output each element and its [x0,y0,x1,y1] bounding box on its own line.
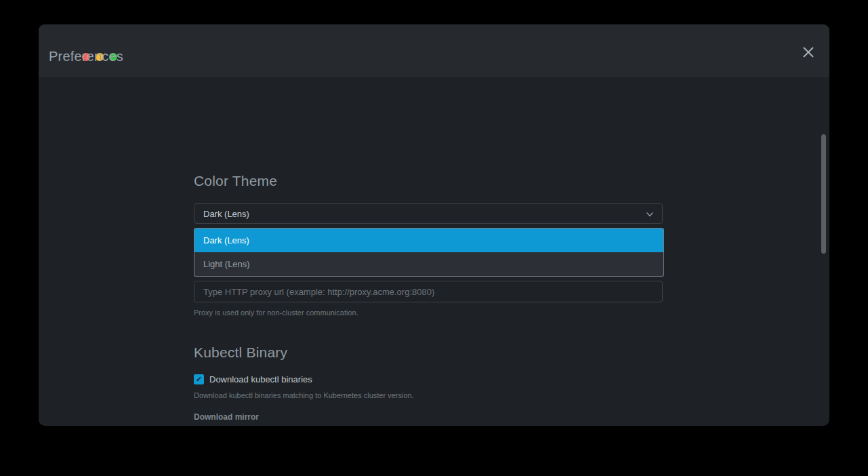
download-kubectl-checkbox-label: Download kubectl binaries [209,374,312,384]
download-kubectl-hint: Download kubectl binaries matching to Ku… [194,391,663,399]
dropdown-option-dark[interactable]: Dark (Lens) [194,229,663,252]
dropdown-option-light[interactable]: Light (Lens) [194,252,663,276]
checkbox-checked-icon[interactable]: ✓ [194,374,204,384]
titlebar: Preferences [39,24,829,77]
http-proxy-input[interactable] [194,281,663,302]
close-button[interactable] [797,41,820,64]
preferences-window: Preferences Color Theme Dark (Lens) Dark… [39,24,829,426]
download-kubectl-checkbox-row[interactable]: ✓ Download kubectl binaries [194,374,663,384]
color-theme-dropdown-menu: Dark (Lens) Light (Lens) [194,228,664,277]
download-mirror-label: Download mirror [194,412,663,422]
kubectl-binary-heading: Kubectl Binary [194,344,663,361]
page-title: Preferences [49,49,123,64]
color-theme-select[interactable]: Dark (Lens) [194,203,663,224]
chevron-down-icon [645,210,655,219]
color-theme-select-value: Dark (Lens) [203,209,249,219]
close-icon [802,45,815,59]
color-theme-heading: Color Theme [194,173,663,189]
http-proxy-hint: Proxy is used only for non-cluster commu… [194,309,663,317]
preferences-content: Color Theme Dark (Lens) Dark (Lens) Ligh… [39,77,829,426]
scrollbar[interactable] [821,134,826,254]
